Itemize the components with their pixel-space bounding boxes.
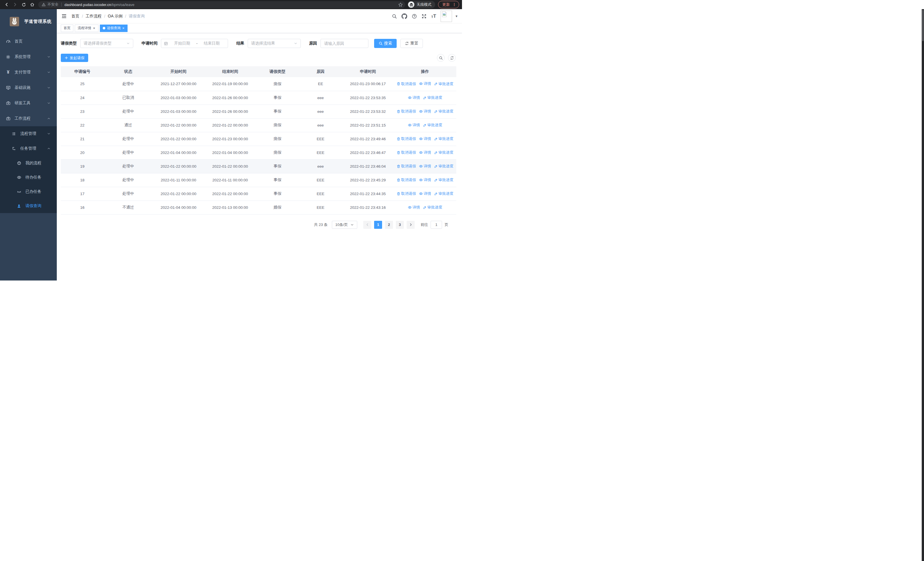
detail-link[interactable]: 详情 — [419, 177, 431, 182]
breadcrumb-separator: / — [82, 14, 83, 18]
bookmark-star-icon[interactable] — [398, 2, 403, 7]
top-navbar: 首页/工作流程/OA 示例/请假查询 TT ▾ — [57, 9, 462, 23]
approval-progress-link[interactable]: 审批进度 — [434, 164, 453, 169]
eye-icon — [419, 150, 423, 155]
breadcrumb-item: OA 示例 — [108, 14, 122, 19]
table-cell: 病假 — [256, 146, 299, 159]
pencil-icon — [434, 82, 438, 86]
detail-link[interactable]: 详情 — [419, 109, 431, 114]
sidebar-item-task-mgmt[interactable]: 任务管理 — [0, 141, 57, 156]
cancel-leave-link[interactable]: 取消请假 — [397, 191, 416, 196]
cancel-leave-link[interactable]: 取消请假 — [397, 81, 416, 87]
page-button-2[interactable]: 2 — [385, 221, 393, 229]
approval-progress-link[interactable]: 审批进度 — [423, 123, 442, 128]
table-row: 18处理中2022-01-11 00:00:002022-01-11 00:00… — [61, 173, 456, 187]
address-bar[interactable]: 不安全 dashboard.yudao.iocoder.cn/bpm/oa/le… — [38, 1, 405, 8]
next-page-button[interactable] — [406, 221, 415, 229]
table-cell: EE — [299, 77, 342, 91]
browser-forward-button[interactable] — [11, 1, 19, 8]
detail-link[interactable]: 详情 — [419, 150, 431, 155]
tab-请假查询[interactable]: 请假查询× — [100, 24, 128, 32]
security-chip[interactable]: 不安全 — [42, 2, 58, 7]
cancel-leave-link[interactable]: 取消请假 — [397, 136, 416, 141]
browser-back-button[interactable] — [3, 1, 10, 8]
detail-link[interactable]: 详情 — [419, 136, 431, 141]
apply-time-range-picker[interactable]: 开始日期 - 结束日期 — [161, 39, 228, 48]
kebab-menu-icon[interactable] — [452, 3, 456, 7]
approval-progress-link[interactable]: 审批进度 — [434, 177, 453, 182]
search-button[interactable]: 搜索 — [374, 39, 397, 48]
table-cell: eee — [299, 159, 342, 173]
detail-link[interactable]: 详情 — [419, 81, 431, 86]
sidebar-toggle-icon[interactable] — [62, 14, 67, 18]
avatar-caret-icon[interactable]: ▾ — [455, 14, 458, 18]
breadcrumb-item[interactable]: 首页 — [71, 14, 80, 19]
table-cell: 2022-01-26 00:00:00 — [204, 91, 256, 105]
sidebar-item-system-mgmt[interactable]: 系统管理 — [0, 49, 57, 65]
detail-link[interactable]: 详情 — [408, 95, 420, 100]
fullscreen-icon[interactable] — [422, 14, 427, 19]
table-toolbar: 发起请假 — [61, 54, 456, 62]
chevron-up-icon — [47, 117, 51, 120]
sidebar-item-dev-tools[interactable]: 研发工具 — [0, 95, 57, 111]
approval-progress-link[interactable]: 审批进度 — [434, 191, 453, 196]
page-button-1[interactable]: 1 — [374, 221, 382, 229]
close-icon[interactable]: × — [93, 26, 96, 30]
sidebar-item-payment-mgmt[interactable]: ¥支付管理 — [0, 65, 57, 80]
cancel-leave-link[interactable]: 取消请假 — [397, 150, 416, 155]
table-cell: 处理中 — [104, 77, 153, 91]
cancel-leave-link[interactable]: 取消请假 — [397, 109, 416, 114]
breadcrumb-separator: / — [125, 14, 126, 18]
result-select[interactable]: 请选择流结果 — [248, 39, 301, 48]
detail-link[interactable]: 详情 — [419, 191, 431, 196]
create-leave-button[interactable]: 发起请假 — [61, 54, 88, 62]
reset-button[interactable]: 重置 — [400, 39, 423, 48]
sidebar-item-my-process[interactable]: 我的流程 — [0, 156, 57, 170]
tab-首页[interactable]: 首页 — [61, 24, 74, 32]
goto-page-input[interactable] — [430, 221, 442, 229]
eye-icon — [408, 205, 412, 209]
close-icon[interactable]: × — [122, 26, 125, 30]
github-icon[interactable] — [402, 14, 407, 19]
detail-link[interactable]: 详情 — [419, 164, 431, 169]
sidebar-item-todo-tasks[interactable]: 待办任务 — [0, 170, 57, 185]
prev-page-button[interactable] — [363, 221, 371, 229]
tab-流程详情[interactable]: 流程详情× — [75, 24, 99, 32]
approval-progress-link[interactable]: 审批进度 — [434, 136, 453, 141]
reason-input[interactable] — [321, 39, 368, 48]
approval-progress-link[interactable]: 审批进度 — [423, 205, 442, 210]
cancel-leave-link[interactable]: 取消请假 — [397, 164, 416, 169]
font-size-icon[interactable]: TT — [431, 14, 436, 18]
leave-type-select[interactable]: 请选择请假类型 — [80, 39, 133, 48]
security-label: 不安全 — [47, 2, 58, 7]
approval-progress-link[interactable]: 审批进度 — [434, 150, 453, 155]
trash-icon — [397, 110, 400, 113]
show-search-icon[interactable] — [437, 54, 445, 62]
refresh-table-icon[interactable] — [448, 54, 456, 62]
sidebar-item-workflow[interactable]: 工作流程 — [0, 111, 57, 126]
avatar[interactable] — [441, 11, 452, 22]
calendar-icon — [164, 41, 168, 46]
cancel-leave-link[interactable]: 取消请假 — [397, 177, 416, 182]
browser-update-button[interactable]: 更新 — [438, 1, 459, 8]
search-icon[interactable] — [392, 14, 397, 19]
page-button-3[interactable]: 3 — [396, 221, 404, 229]
column-header: 申请时间 — [342, 66, 394, 77]
sidebar-item-home[interactable]: 首页 — [0, 34, 57, 49]
sidebar-item-done-tasks[interactable]: 已办任务 — [0, 185, 57, 199]
page-size-select[interactable]: 10条/页 — [332, 221, 357, 229]
browser-reload-button[interactable] — [20, 1, 27, 8]
table-cell: 处理中 — [104, 173, 153, 187]
table-row: 21处理中2022-01-22 00:00:002022-01-23 00:00… — [61, 132, 456, 146]
sidebar-item-infrastructure[interactable]: 基础设施 — [0, 80, 57, 95]
sidebar-item-leave-query[interactable]: 请假查询 — [0, 199, 57, 213]
help-icon[interactable] — [412, 14, 417, 19]
detail-link[interactable]: 详情 — [408, 205, 420, 210]
gear-icon — [6, 55, 10, 59]
browser-home-button[interactable] — [28, 1, 36, 8]
detail-link[interactable]: 详情 — [408, 123, 420, 128]
sidebar-item-process-mgmt[interactable]: 流程管理 — [0, 126, 57, 141]
approval-progress-link[interactable]: 审批进度 — [423, 95, 442, 100]
approval-progress-link[interactable]: 审批进度 — [434, 109, 453, 114]
approval-progress-link[interactable]: 审批进度 — [434, 81, 453, 87]
